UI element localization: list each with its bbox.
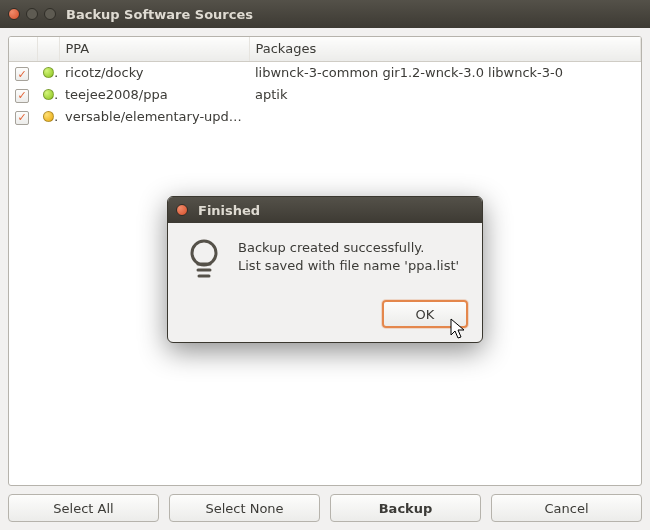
main-titlebar: Backup Software Sources — [0, 0, 650, 28]
table-row[interactable]: versable/elementary-update — [9, 105, 641, 127]
finished-dialog: Finished Backup created successfully. Li… — [167, 196, 483, 343]
table-row[interactable]: teejee2008/ppa aptik — [9, 83, 641, 105]
status-dot-icon — [43, 89, 54, 100]
window-maximize-icon[interactable] — [44, 8, 56, 20]
status-dot-icon — [43, 67, 54, 78]
col-header-check[interactable] — [9, 37, 37, 61]
status-dot-icon — [43, 111, 54, 122]
select-none-button[interactable]: Select None — [169, 494, 320, 522]
cell-ppa: ricotz/docky — [59, 61, 249, 83]
dialog-window-controls — [176, 204, 188, 216]
table-body: ricotz/docky libwnck-3-common gir1.2-wnc… — [9, 61, 641, 127]
row-checkbox[interactable] — [15, 89, 29, 103]
tip-bulb-icon — [184, 237, 224, 288]
dialog-message: Backup created successfully. List saved … — [238, 237, 459, 288]
row-checkbox[interactable] — [15, 67, 29, 81]
window-minimize-icon[interactable] — [26, 8, 38, 20]
cell-packages: libwnck-3-common gir1.2-wnck-3.0 libwnck… — [249, 61, 641, 83]
select-all-button[interactable]: Select All — [8, 494, 159, 522]
col-header-ppa[interactable]: PPA — [59, 37, 249, 61]
window-controls — [8, 8, 56, 20]
table-header-row: PPA Packages — [9, 37, 641, 61]
backup-button[interactable]: Backup — [330, 494, 481, 522]
dialog-close-icon[interactable] — [176, 204, 188, 216]
row-checkbox[interactable] — [15, 111, 29, 125]
cell-packages — [249, 105, 641, 127]
dialog-message-line2: List saved with file name 'ppa.list' — [238, 257, 459, 275]
window-close-icon[interactable] — [8, 8, 20, 20]
col-header-status[interactable] — [37, 37, 59, 61]
cell-ppa: teejee2008/ppa — [59, 83, 249, 105]
cancel-button[interactable]: Cancel — [491, 494, 642, 522]
table-row[interactable]: ricotz/docky libwnck-3-common gir1.2-wnc… — [9, 61, 641, 83]
ok-button[interactable]: OK — [382, 300, 468, 328]
dialog-title: Finished — [198, 203, 260, 218]
dialog-message-line1: Backup created successfully. — [238, 239, 459, 257]
cell-ppa: versable/elementary-update — [59, 105, 249, 127]
action-bar: Select All Select None Backup Cancel — [8, 486, 642, 522]
dialog-titlebar: Finished — [168, 197, 482, 223]
svg-point-0 — [192, 241, 216, 265]
window-title: Backup Software Sources — [66, 7, 253, 22]
cell-packages: aptik — [249, 83, 641, 105]
col-header-packages[interactable]: Packages — [249, 37, 641, 61]
